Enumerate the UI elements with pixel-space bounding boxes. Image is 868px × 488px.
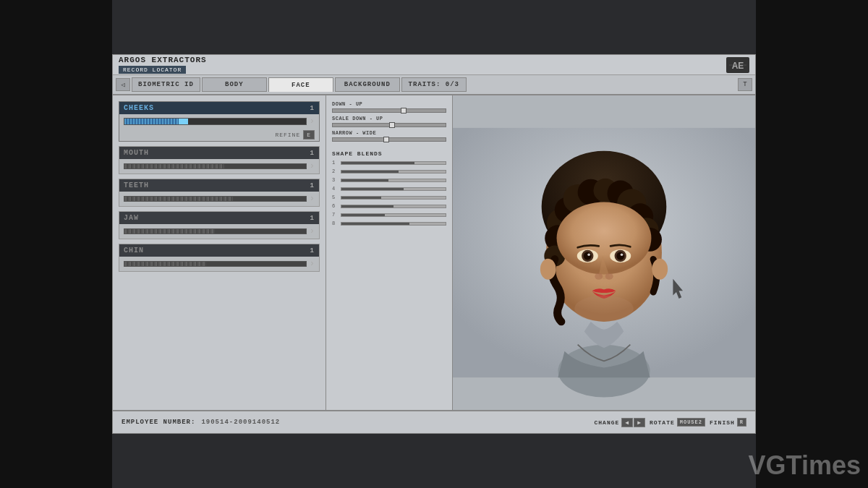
blend-7-track[interactable] bbox=[341, 213, 446, 217]
finish-badge: R bbox=[737, 418, 746, 427]
svg-text:AE: AE bbox=[732, 61, 744, 71]
finish-btn[interactable]: FINISH R bbox=[710, 418, 746, 427]
tab-body[interactable]: BODY bbox=[202, 77, 267, 92]
nav-left-btn[interactable]: ◁ bbox=[116, 78, 130, 91]
jaw-slider-row: › bbox=[119, 224, 319, 239]
blend-1: 1 bbox=[332, 160, 446, 166]
cheeks-slider[interactable] bbox=[124, 118, 307, 125]
jaw-header[interactable]: JAW 1 bbox=[119, 212, 319, 224]
jaw-slider[interactable] bbox=[124, 228, 307, 234]
character-svg bbox=[453, 95, 755, 410]
mouth-slider[interactable] bbox=[124, 163, 307, 169]
blend-6: 6 bbox=[332, 203, 446, 209]
rotate-badge: MOUSE2 bbox=[677, 418, 705, 427]
blend-2-track[interactable] bbox=[341, 170, 446, 174]
svg-point-28 bbox=[595, 273, 603, 280]
company-name: ARGOS EXTRACTORS bbox=[119, 56, 207, 64]
tab-face[interactable]: FACE bbox=[268, 77, 333, 92]
status-bar: EMPLOYEE NUMBER: 190514-2009140512 CHANG… bbox=[113, 410, 755, 433]
tab-biometric-id[interactable]: BIOMETRIC ID bbox=[132, 77, 200, 92]
arrow-left-badge[interactable]: ◀ bbox=[621, 418, 633, 427]
logo-icon: AE bbox=[726, 57, 749, 73]
blend-6-track[interactable] bbox=[341, 205, 446, 208]
right-sidebar bbox=[756, 0, 868, 488]
teeth-slider[interactable] bbox=[124, 196, 307, 202]
employee-number: 190514-2009140512 bbox=[201, 419, 280, 426]
blend-4-track[interactable] bbox=[341, 187, 446, 191]
blend-6-num: 6 bbox=[332, 203, 338, 209]
mouth-num: 1 bbox=[310, 150, 315, 157]
nav-bar: ◁ BIOMETRIC ID BODY FACE BACKGROUND TRAI… bbox=[113, 75, 755, 95]
chin-header[interactable]: CHIN 1 bbox=[119, 244, 319, 257]
mouth-section: MOUTH 1 › bbox=[119, 146, 320, 174]
jaw-section: JAW 1 › bbox=[119, 211, 320, 239]
blend-3-num: 3 bbox=[332, 177, 338, 183]
nav-right-btn[interactable]: T bbox=[738, 78, 752, 91]
chin-num: 1 bbox=[310, 247, 315, 254]
blend-3: 3 bbox=[332, 177, 446, 183]
slider-narrow-wide-track[interactable] bbox=[332, 137, 446, 142]
record-locator-badge: RECORD LOCATOR bbox=[119, 66, 186, 74]
blend-5-track[interactable] bbox=[341, 196, 446, 200]
slider-scale-label: SCALE DOWN - UP bbox=[332, 116, 446, 121]
blend-3-track[interactable] bbox=[341, 179, 446, 182]
left-sidebar bbox=[0, 0, 112, 488]
refine-badge[interactable]: E bbox=[303, 130, 315, 140]
tab-traits[interactable]: TRAITS: 0/3 bbox=[401, 77, 467, 92]
teeth-header[interactable]: TEETH 1 bbox=[119, 179, 319, 192]
cheeks-num: 1 bbox=[310, 105, 315, 112]
change-arrows: ◀ ▶ bbox=[621, 418, 645, 427]
slider-scale-track[interactable] bbox=[332, 123, 446, 127]
blend-8: 8 bbox=[332, 221, 446, 226]
blend-5: 5 bbox=[332, 194, 446, 200]
employee-info: EMPLOYEE NUMBER: 190514-2009140512 bbox=[122, 419, 280, 426]
svg-point-26 bbox=[616, 252, 624, 260]
cheeks-slider-row: › bbox=[119, 114, 319, 129]
mouth-arrow[interactable]: › bbox=[310, 161, 315, 171]
svg-point-31 bbox=[540, 259, 556, 280]
character-preview-panel[interactable] bbox=[453, 95, 755, 410]
slider-narrow-wide: NARROW - WIDE bbox=[332, 130, 446, 142]
refine-label: REFINE bbox=[275, 132, 300, 138]
finish-label: FINISH bbox=[710, 419, 735, 426]
cheeks-label: CHEEKS bbox=[124, 104, 154, 112]
tab-background[interactable]: BACKGROUND bbox=[335, 77, 400, 92]
change-label: CHANGE bbox=[594, 419, 619, 426]
blend-2: 2 bbox=[332, 168, 446, 174]
main-content: CHEEKS 1 › REFINE E bbox=[113, 95, 755, 410]
arrow-right-badge[interactable]: ▶ bbox=[634, 418, 645, 427]
teeth-slider-row: › bbox=[119, 192, 319, 206]
character-display bbox=[453, 95, 755, 410]
change-btn[interactable]: CHANGE ◀ ▶ bbox=[594, 418, 644, 427]
chin-label: CHIN bbox=[124, 247, 144, 254]
mouth-header[interactable]: MOUTH 1 bbox=[119, 147, 319, 159]
jaw-label: JAW bbox=[124, 214, 139, 222]
cheeks-arrow[interactable]: › bbox=[310, 116, 315, 127]
cheeks-header[interactable]: CHEEKS 1 bbox=[119, 102, 319, 114]
outer-wrapper: ARGOS EXTRACTORS RECORD LOCATOR AE ◁ BIO… bbox=[0, 0, 868, 488]
blend-7: 7 bbox=[332, 212, 446, 218]
teeth-arrow[interactable]: › bbox=[310, 194, 315, 204]
record-row: RECORD LOCATOR bbox=[119, 66, 207, 74]
blend-7-num: 7 bbox=[332, 212, 338, 218]
jaw-arrow[interactable]: › bbox=[310, 226, 315, 236]
chin-slider[interactable] bbox=[124, 261, 307, 267]
teeth-num: 1 bbox=[310, 182, 315, 189]
cheeks-section: CHEEKS 1 › REFINE E bbox=[119, 101, 320, 142]
chin-arrow[interactable]: › bbox=[310, 259, 315, 269]
blend-1-track[interactable] bbox=[341, 161, 446, 165]
slider-down-up-label: DOWN - UP bbox=[332, 101, 446, 107]
blend-8-track[interactable] bbox=[341, 222, 446, 226]
rotate-label: ROTATE bbox=[650, 419, 675, 426]
chin-slider-row: › bbox=[119, 257, 319, 271]
ui-panel: ARGOS EXTRACTORS RECORD LOCATOR AE ◁ BIO… bbox=[112, 54, 756, 434]
refine-bar: REFINE E bbox=[119, 129, 319, 141]
rotate-btn[interactable]: ROTATE MOUSE2 bbox=[650, 418, 705, 427]
svg-point-23 bbox=[587, 253, 590, 256]
mouth-label: MOUTH bbox=[124, 149, 149, 157]
slider-down-up-track[interactable] bbox=[332, 108, 446, 113]
mid-sliders-panel: DOWN - UP SCALE DOWN - UP NARROW - WIDE bbox=[326, 95, 453, 410]
chin-section: CHIN 1 › bbox=[119, 244, 320, 272]
svg-point-29 bbox=[605, 273, 613, 280]
svg-point-30 bbox=[574, 296, 634, 322]
